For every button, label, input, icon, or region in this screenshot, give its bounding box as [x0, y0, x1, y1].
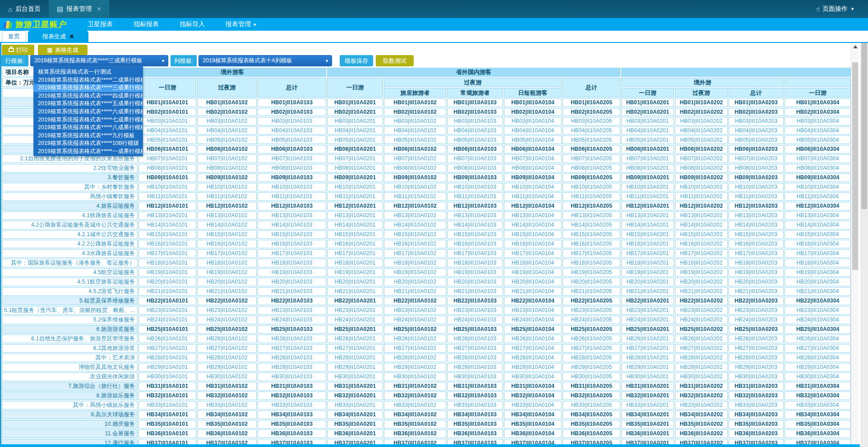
table-row: 2.2住宅物业服务HB08|II10A0101HB08|II10A0102HB0…	[2, 164, 851, 172]
code-cell: HB24|III10A0203	[729, 316, 784, 324]
row-label-cell: 农业观光休闲旅游	[2, 372, 138, 381]
row-label-cell: 11.会展服务	[2, 429, 138, 438]
code-cell: HB02|II10A0101	[139, 108, 196, 116]
nav-item-indicator-reports[interactable]: 指标报表	[134, 20, 159, 28]
code-cell: HB05|III10A0201	[621, 135, 674, 144]
table-row: 10.婚庆服务HB35|II10A0101HB35|II10A0102HB35|…	[2, 420, 851, 428]
page-vertical-scrollbar[interactable]	[860, 18, 868, 447]
close-icon[interactable]: ✕	[97, 6, 101, 12]
dropdown-option[interactable]: 2019核算系统报表格式表*****五成果行模板	[34, 100, 143, 108]
code-cell: HB17|II10A0205	[563, 249, 620, 258]
code-cell: HB31|II10A0205	[563, 382, 620, 391]
col-template-select[interactable]: 2019核算系统报表格式表十A列模板 ▼	[199, 55, 332, 66]
code-cell: HB33|II10A0103	[258, 401, 326, 410]
code-cell: HB29|II10A0102	[197, 363, 257, 372]
template-save-button[interactable]: 模板保存	[340, 55, 373, 66]
dropdown-option[interactable]: 2019核算系统报表格式表*****九行模板	[34, 132, 143, 140]
code-cell: HB34|III10A0104	[504, 410, 562, 419]
dropdown-option[interactable]: 核算系统报表格式表一行测试	[34, 68, 143, 76]
code-cell: HB18|II10A0201	[327, 259, 383, 267]
table-row: 农业观光休闲旅游HB30|II10A0101HB30|II10A0102HB30…	[2, 372, 851, 381]
code-cell: HB26|III10A0104	[504, 335, 562, 343]
code-cell: HB31|III10A0104	[504, 382, 562, 391]
table-vertical-scrollbar[interactable]	[851, 43, 859, 444]
nav-item-report-management[interactable]: 报表管理 ▼	[226, 20, 257, 28]
code-cell: HB30|II10A0102	[197, 372, 257, 381]
col-template-label: 列模板:	[171, 55, 197, 66]
table-row: 4.2公路旅客运输服务及城市公共交通服务HB14|II10A0101HB14|I…	[2, 221, 851, 229]
code-cell: HB24|III10A0304	[785, 316, 851, 324]
code-cell: HB29|II10A0103	[258, 363, 326, 372]
row-label-cell: 6.2其他旅游游览	[2, 344, 138, 353]
code-cell: HB21|III10A0102	[384, 287, 446, 296]
code-cell: HB29|III10A0202	[675, 363, 728, 372]
col-header-blank	[785, 78, 851, 87]
col-header-overnight: 过夜游	[197, 78, 257, 98]
code-cell: HB06|II10A0101	[139, 145, 196, 154]
fetch-test-button[interactable]: 取数测试	[376, 55, 414, 66]
code-cell: HB21|III10A0304	[785, 287, 851, 296]
tab-report-management[interactable]: ▤ 报表管理 ✕	[49, 0, 109, 18]
code-cell: HB19|III10A0104	[504, 268, 562, 277]
code-cell: HB15|III10A0202	[675, 230, 728, 239]
code-cell: HB18|III10A0104	[504, 259, 562, 267]
nav-item-satellite-reports[interactable]: 卫星报表	[88, 20, 113, 28]
code-cell: HB02|II10A0201	[327, 108, 383, 116]
dropdown-option[interactable]: 2019核算系统报表格式表*****10B行模版	[34, 140, 143, 148]
row-label-cell: 4.5.1航空旅客运输服务	[2, 278, 138, 286]
code-cell: HB26|III10A0304	[785, 335, 851, 343]
code-cell: HB22|III10A0103	[447, 297, 503, 305]
code-cell: HB36|III10A0202	[675, 429, 728, 438]
dropdown-option[interactable]: 2019核算系统报表格式表*****三成果行模板	[34, 84, 143, 92]
code-cell: HB34|II10A0201	[327, 410, 383, 419]
tab-report-generate[interactable]: 报表生成 ✖	[28, 31, 88, 42]
dropdown-option[interactable]: 2019核算系统报表格式表*****七成果行模板	[34, 116, 143, 124]
close-icon[interactable]: ✖	[69, 33, 74, 40]
code-cell: HB14|III10A0202	[675, 221, 728, 229]
dropdown-option[interactable]: 2019核算系统报表格式表*****二成果行模板	[34, 76, 143, 84]
code-cell: HB16|II10A0102	[197, 240, 257, 248]
code-cell: HB33|II10A0205	[563, 401, 620, 410]
code-cell: HB18|II10A0103	[258, 259, 326, 267]
code-cell: HB09|III10A0203	[729, 173, 784, 182]
nav-item-indicator-import[interactable]: 指标导入	[180, 20, 205, 28]
code-cell: HB08|II10A0101	[139, 164, 196, 172]
row-template-dropdown-list: 核算系统报表格式表一行测试2019核算系统报表格式表*****二成果行模板201…	[33, 66, 143, 156]
scrollbar-thumb[interactable]	[852, 62, 858, 270]
code-cell: HB08|II10A0103	[258, 164, 326, 172]
code-cell: HB03|III10A0103	[447, 117, 503, 126]
code-cell: HB09|II10A0102	[197, 173, 257, 182]
code-cell: HB09|II10A0103	[258, 173, 326, 182]
scroll-up-arrow-icon[interactable]	[853, 45, 858, 48]
scrollbar-thumb[interactable]	[861, 33, 867, 209]
dropdown-option[interactable]: 2019核算系统报表格式表*****一成果行模板	[34, 148, 143, 156]
code-cell: HB11|III10A0104	[504, 192, 562, 201]
code-cell: HB31|III10A0203	[729, 382, 784, 391]
code-cell: HB30|III10A0104	[504, 372, 562, 381]
code-cell: HB01|III10A0304	[785, 98, 851, 107]
table-generate-button[interactable]: ▦ 表格生成	[38, 45, 88, 55]
code-cell: HB32|III10A0104	[504, 391, 562, 400]
dropdown-option[interactable]: 2019核算系统报表格式表*****四成果行模板	[34, 92, 143, 100]
code-cell: HB13|III10A0103	[447, 211, 503, 220]
code-cell: HB34|II10A0102	[197, 410, 257, 419]
code-cell: HB32|II10A0102	[197, 391, 257, 400]
dropdown-option[interactable]: 2019核算系统报表格式表*****八成果行模板	[34, 124, 143, 132]
page-operations-menu[interactable]: ☝ 页面操作 ▼	[811, 0, 868, 18]
home-icon: ⌂	[8, 5, 12, 13]
tab-backend-home[interactable]: ⌂ 后台首页	[0, 0, 49, 18]
print-button[interactable]: 打印	[2, 45, 34, 55]
table-row: 博物馆及其他文化服务HB29|II10A0101HB29|II10A0102HB…	[2, 363, 851, 372]
dropdown-option[interactable]: 2019核算系统报表格式表*****六成果行模板	[34, 108, 143, 116]
code-cell: HB23|III10A0203	[729, 306, 784, 315]
code-cell: HB36|III10A0304	[785, 429, 851, 438]
row-template-label: 行模板:	[1, 55, 28, 66]
code-cell: HB20|III10A0304	[785, 278, 851, 286]
code-cell: HB10|III10A0103	[447, 183, 503, 191]
row-template-select[interactable]: 2019核算系统报表格式表*****三成果行模板 ▼	[30, 55, 168, 66]
code-cell: HB13|III10A0203	[729, 211, 784, 220]
code-cell: HB20|III10A0203	[729, 278, 784, 286]
code-cell: HB36|III10A0103	[447, 429, 503, 438]
tab-home[interactable]: 首页	[2, 31, 26, 42]
col-header-day-trip: 一日游	[785, 88, 851, 98]
